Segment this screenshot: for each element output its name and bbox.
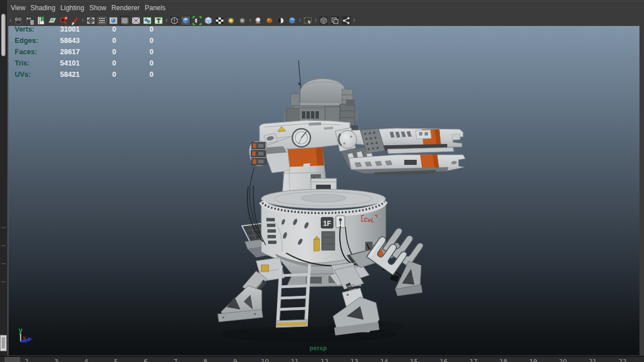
hud-label: Tris: [15, 58, 29, 69]
left-edge-tick [1, 245, 6, 246]
menu-view[interactable]: View [11, 4, 25, 12]
hud-value: 0 [106, 69, 123, 80]
bookmarks-icon[interactable] [36, 16, 46, 25]
select-camera-icon[interactable] [14, 16, 23, 25]
timeline-frame-4[interactable]: 4 [84, 358, 88, 362]
safe-title-icon[interactable] [154, 16, 163, 25]
shadows-icon[interactable] [253, 16, 263, 25]
panel-toolbar [8, 15, 644, 26]
hud-value: 0 [143, 69, 160, 80]
timeline-frame-20[interactable]: 20 [559, 358, 567, 362]
menu-shading[interactable]: Shading [31, 4, 55, 12]
hud-value: 0 [143, 26, 160, 35]
timeline-frame-21[interactable]: 21 [589, 358, 597, 362]
hud-value: 31001 [40, 26, 80, 35]
menu-panels[interactable]: Panels [145, 4, 166, 12]
menu-lighting[interactable]: Lighting [60, 4, 84, 12]
toolbar-separator [299, 16, 301, 24]
hud-row-faces: Faces:2861700 [8, 46, 178, 58]
plugin-objects-icon[interactable] [342, 16, 351, 25]
left-edge-tick [1, 263, 6, 264]
hud-poly-count: Verts:3100100Edges:5864300Faces:2861700T… [8, 26, 178, 80]
timeline-frame-19[interactable]: 19 [529, 358, 537, 362]
toolbar-separator [81, 16, 84, 24]
timeline-frame-18[interactable]: 18 [499, 358, 507, 362]
camera-label: persp [8, 344, 628, 351]
timeline-frame-6[interactable]: 6 [144, 358, 148, 362]
image-plane-icon[interactable] [47, 16, 57, 25]
toolbar-separator [249, 16, 252, 24]
xray-icon[interactable] [319, 16, 329, 25]
default-lighting-icon[interactable] [226, 16, 236, 25]
drum-deck-badge: 1F [323, 220, 331, 228]
hud-value: 0 [106, 26, 123, 35]
xray-active-components-icon[interactable] [330, 16, 340, 25]
hud-row-uvs: UVs:5842100 [8, 69, 178, 80]
menu-show[interactable]: Show [89, 4, 106, 12]
hud-value: 0 [106, 35, 123, 46]
field-chart-icon[interactable] [131, 16, 141, 25]
hud-label: Edges: [15, 35, 38, 46]
left-edge-tick [1, 281, 6, 282]
hud-row-verts: Verts:3100100 [8, 26, 178, 35]
axis-y-label: y [19, 326, 23, 334]
use-default-material-icon[interactable] [215, 16, 224, 25]
hud-label: UVs: [15, 69, 31, 80]
safe-action-icon[interactable] [142, 16, 152, 25]
wireframe-icon[interactable] [170, 16, 179, 25]
timeline-frame-17[interactable]: 17 [470, 358, 478, 362]
left-panel-edge [0, 0, 8, 356]
claw-fork-rear [382, 226, 424, 267]
hud-value: 0 [143, 35, 160, 46]
grid-icon[interactable] [86, 16, 96, 25]
menu-renderer[interactable]: Renderer [111, 4, 140, 12]
current-frame-marker[interactable] [5, 357, 20, 362]
hud-value: 0 [106, 58, 123, 69]
timeline-frame-2[interactable]: 2 [25, 358, 29, 362]
ambient-occlusion-icon[interactable] [265, 16, 274, 25]
toolbar-separator [9, 16, 12, 24]
hud-value: 54101 [40, 58, 80, 69]
time-slider[interactable]: 2345678910111213141516171819202122 [0, 356, 644, 362]
left-scrollbar-thumb[interactable] [1, 14, 6, 56]
toolbar-separator [353, 16, 356, 24]
timeline-frame-15[interactable]: 15 [410, 358, 418, 362]
panel-menubar: ViewShadingLightingShowRendererPanels [8, 0, 644, 15]
hud-value: 58643 [40, 35, 80, 46]
no-lights-icon[interactable] [237, 16, 247, 25]
grease-pencil-icon[interactable] [70, 16, 80, 25]
timeline-frame-13[interactable]: 13 [351, 358, 358, 362]
timeline-frame-10[interactable]: 10 [261, 358, 269, 362]
timeline-frame-7[interactable]: 7 [174, 358, 178, 362]
gate-mask-icon[interactable] [120, 16, 129, 25]
wireframe-on-shaded-icon[interactable] [204, 16, 213, 25]
toolbar-separator [314, 16, 317, 24]
hud-value: 28617 [40, 46, 80, 58]
timeline-frame-11[interactable]: 11 [291, 358, 299, 362]
resolution-gate-icon[interactable] [109, 16, 118, 25]
hud-label: Faces: [15, 46, 37, 58]
timeline-frame-16[interactable]: 16 [440, 358, 448, 362]
timeline-frame-22[interactable]: 22 [619, 358, 626, 362]
motion-blur-icon[interactable] [276, 16, 286, 25]
timeline-frame-5[interactable]: 5 [114, 358, 118, 362]
pan-zoom-2d-icon[interactable] [59, 16, 68, 25]
camera-attributes-icon[interactable] [25, 16, 34, 25]
isolate-select-icon[interactable] [303, 16, 313, 25]
textured-icon[interactable] [192, 16, 202, 25]
drum-side-label: CvL [364, 216, 375, 224]
hud-row-tris: Tris:5410100 [8, 58, 178, 69]
smooth-shade-icon[interactable] [181, 16, 191, 25]
anti-aliasing-icon[interactable] [287, 16, 297, 25]
left-panel-corner-widget[interactable] [0, 335, 7, 351]
timeline-frame-3[interactable]: 3 [54, 358, 58, 362]
hud-label: Verts: [15, 26, 34, 35]
timeline-frame-9[interactable]: 9 [233, 358, 237, 362]
timeline-frame-8[interactable]: 8 [204, 358, 208, 362]
timeline-frame-14[interactable]: 14 [380, 358, 388, 362]
film-gate-icon[interactable] [97, 16, 107, 25]
timeline-frame-12[interactable]: 12 [321, 358, 329, 362]
viewport-3d[interactable]: 1F CvL [8, 26, 639, 355]
hud-value: 0 [143, 58, 160, 69]
hud-value: 0 [106, 46, 123, 58]
